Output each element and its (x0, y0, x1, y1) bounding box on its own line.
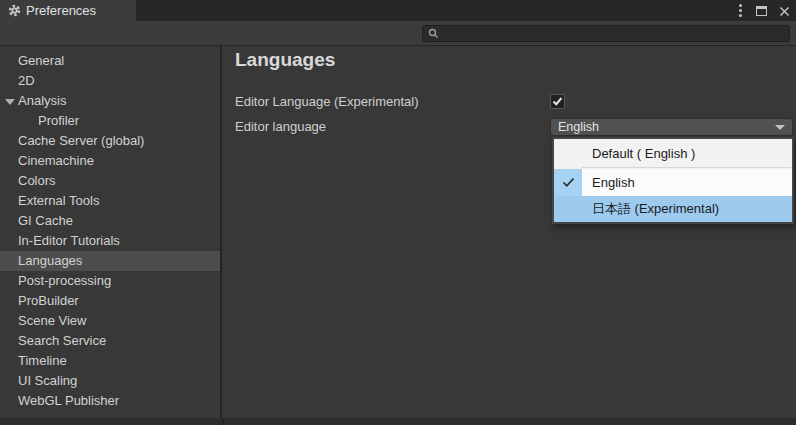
window-controls (737, 0, 790, 21)
sidebar-item-timeline[interactable]: Timeline (0, 351, 220, 371)
sidebar-item-general[interactable]: General (0, 51, 220, 71)
language-dropdown-menu: Default ( English ) English 日本語 (Experim… (552, 137, 794, 224)
dropdown-value: English (558, 120, 599, 134)
menu-separator (582, 167, 791, 168)
sidebar-item-post-processing[interactable]: Post-processing (0, 271, 220, 291)
tab-bar: Preferences (0, 0, 796, 21)
menu-item-default-english[interactable]: Default ( English ) (554, 139, 792, 167)
close-icon[interactable] (779, 5, 790, 16)
tab-title: Preferences (26, 3, 96, 18)
tab-preferences[interactable]: Preferences (0, 0, 136, 21)
sidebar-item-label: Analysis (18, 93, 66, 108)
editor-language-dropdown[interactable]: English (550, 118, 793, 136)
foldout-caret-icon[interactable] (5, 99, 15, 105)
main-panel: Languages Editor Language (Experimental)… (224, 46, 796, 418)
sidebar-item-external-tools[interactable]: External Tools (0, 191, 220, 211)
checkmark-icon (552, 96, 563, 107)
search-input[interactable] (443, 27, 784, 41)
menu-check-gutter (554, 139, 582, 167)
menu-item-english[interactable]: English (554, 169, 792, 196)
sidebar-item-probuilder[interactable]: ProBuilder (0, 291, 220, 311)
sidebar-item-languages[interactable]: Languages (0, 251, 220, 271)
sidebar-item-analysis[interactable]: Analysis (0, 91, 220, 111)
window-bottom-edge (0, 418, 796, 425)
editor-language-label: Editor language (235, 119, 326, 135)
maximize-icon[interactable] (756, 6, 767, 16)
toolbar (0, 21, 796, 46)
editor-language-experimental-label: Editor Language (Experimental) (235, 94, 419, 110)
sidebar-item-webgl-publisher[interactable]: WebGL Publisher (0, 391, 220, 411)
sidebar-item-cinemachine[interactable]: Cinemachine (0, 151, 220, 171)
search-field[interactable] (422, 25, 790, 42)
chevron-down-icon (775, 125, 785, 130)
sidebar-item-scene-view[interactable]: Scene View (0, 311, 220, 331)
menu-item-label: 日本語 (Experimental) (582, 200, 719, 218)
sidebar: General 2D Analysis Profiler Cache Serve… (0, 46, 222, 418)
sidebar-item-in-editor-tutorials[interactable]: In-Editor Tutorials (0, 231, 220, 251)
menu-item-label: English (582, 175, 635, 190)
sidebar-item-colors[interactable]: Colors (0, 171, 220, 191)
kebab-menu-icon[interactable] (737, 2, 744, 19)
page-title: Languages (235, 49, 335, 71)
sidebar-item-search-service[interactable]: Search Service (0, 331, 220, 351)
sidebar-item-2d[interactable]: 2D (0, 71, 220, 91)
menu-check-gutter (554, 196, 582, 222)
editor-language-experimental-checkbox[interactable] (550, 94, 565, 109)
sidebar-item-gi-cache[interactable]: GI Cache (0, 211, 220, 231)
menu-item-label: Default ( English ) (582, 146, 695, 161)
gear-icon (8, 4, 21, 17)
sidebar-item-ui-scaling[interactable]: UI Scaling (0, 371, 220, 391)
sidebar-item-cache-server[interactable]: Cache Server (global) (0, 131, 220, 151)
sidebar-item-profiler[interactable]: Profiler (0, 111, 220, 131)
search-icon (428, 28, 439, 39)
preferences-window: Preferences General (0, 0, 796, 425)
menu-checkmark-icon (554, 169, 582, 196)
menu-item-japanese-experimental[interactable]: 日本語 (Experimental) (554, 196, 792, 222)
